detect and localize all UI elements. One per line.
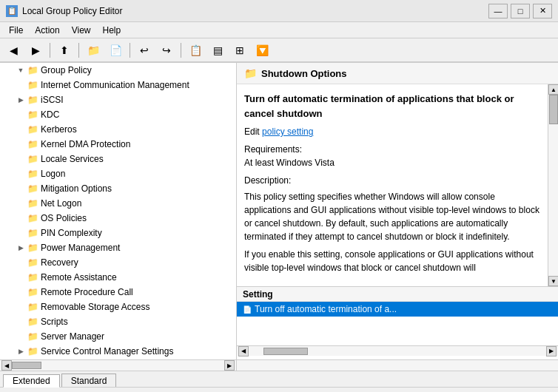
forward-button[interactable]: ▶ xyxy=(25,41,46,60)
menu-item-help[interactable]: Help xyxy=(97,24,127,37)
expand-icon xyxy=(15,212,27,224)
requirements-value: At least Windows Vista xyxy=(244,156,540,169)
expand-icon[interactable]: ▶ xyxy=(15,242,27,254)
scroll-up-button[interactable]: ▲ xyxy=(548,84,558,95)
tree-item[interactable]: 📁Server Manager xyxy=(0,329,236,344)
toolbar-separator-2 xyxy=(78,43,79,58)
expand-icon xyxy=(15,79,27,91)
tree-item[interactable]: 📁Locale Services xyxy=(0,152,236,166)
description-text: This policy setting specifies whether Wi… xyxy=(244,190,540,243)
tree-item[interactable]: 📁OS Policies xyxy=(0,211,236,226)
edit-label: Edit xyxy=(244,126,260,137)
statusbar: 1 setting(s) xyxy=(0,387,558,392)
policy-setting-link[interactable]: policy setting xyxy=(262,126,313,137)
expand-icon xyxy=(15,109,27,121)
folder-icon: 📁 xyxy=(27,345,38,357)
minimize-button[interactable]: — xyxy=(488,4,508,18)
back-button[interactable]: ◀ xyxy=(3,41,24,60)
policy-title: Turn off automatic termination of applic… xyxy=(244,92,540,121)
tree-item[interactable]: 📁Scripts xyxy=(0,314,236,329)
bottom-scrollbars: ◀ ▶ xyxy=(0,359,558,371)
toolbar-separator-3 xyxy=(130,43,130,58)
tree-item[interactable]: 📁Logon xyxy=(0,166,236,181)
description-body: Turn off automatic termination of applic… xyxy=(237,84,548,286)
show-hide-button[interactable]: 📁 xyxy=(83,41,104,60)
expand-icon xyxy=(15,197,27,209)
close-button[interactable]: ✕ xyxy=(533,4,552,18)
folder-icon: 📁 xyxy=(27,257,38,268)
expand-icon xyxy=(15,301,27,313)
tree-item[interactable]: ▶📁Power Management xyxy=(0,240,236,255)
tree-item[interactable]: 📁Shutdown xyxy=(0,359,236,359)
expand-icon xyxy=(15,124,27,135)
app-icon: 📋 xyxy=(6,5,18,17)
menu-item-view[interactable]: View xyxy=(66,24,97,37)
menu-item-action[interactable]: Action xyxy=(29,24,65,37)
tab-standard[interactable]: Standard xyxy=(61,374,117,387)
folder-header: 📁 Shutdown Options xyxy=(237,63,558,84)
right-scroll-right[interactable]: ▶ xyxy=(546,346,557,356)
folder-icon: 📁 xyxy=(27,79,38,91)
tree-item[interactable]: 📁Mitigation Options xyxy=(0,181,236,196)
properties-button[interactable]: 📄 xyxy=(105,41,126,60)
tree-item-label: Net Logon xyxy=(41,198,81,209)
right-hscroll[interactable]: ◀ ▶ xyxy=(237,345,558,356)
right-panel: 📁 Shutdown Options Turn off automatic te… xyxy=(237,63,558,359)
left-scroll-track[interactable] xyxy=(12,362,224,369)
folder-icon: 📁 xyxy=(27,168,38,180)
scroll-thumb[interactable] xyxy=(549,95,558,124)
maximize-button[interactable]: □ xyxy=(511,4,530,18)
menu-item-file[interactable]: File xyxy=(3,24,29,37)
redo-button[interactable]: ↪ xyxy=(156,41,177,60)
scroll-track[interactable] xyxy=(548,95,558,276)
description-scrollbar[interactable]: ▲ ▼ xyxy=(548,84,558,286)
settings-panel: Setting 📄 Turn off automatic termination… xyxy=(237,286,558,345)
tree-panel[interactable]: ▼📁Group Policy📁Internet Communication Ma… xyxy=(0,63,237,359)
folder-header-icon: 📁 xyxy=(244,67,257,79)
tree-item[interactable]: 📁Remote Assistance xyxy=(0,270,236,285)
tree-item[interactable]: ▶📁iSCSI xyxy=(0,92,236,107)
folder-icon: 📁 xyxy=(27,316,38,328)
tree-item[interactable]: 📁Kernel DMA Protection xyxy=(0,137,236,152)
left-scroll-right[interactable]: ▶ xyxy=(224,360,235,371)
right-scroll-track[interactable] xyxy=(249,348,546,355)
tree-item[interactable]: 📁Internet Communication Management xyxy=(0,78,236,92)
undo-button[interactable]: ↩ xyxy=(134,41,155,60)
tree-item-label: Logon xyxy=(41,169,65,179)
expand-icon[interactable]: ▶ xyxy=(15,345,27,357)
folder-icon: 📁 xyxy=(27,227,38,239)
right-hscroll-bottom xyxy=(237,360,558,371)
folder-icon: 📁 xyxy=(27,301,38,313)
settings-item[interactable]: 📄 Turn off automatic termination of a... xyxy=(237,302,558,317)
filter-button[interactable]: ⊞ xyxy=(229,41,250,60)
requirements-section: Requirements: At least Windows Vista xyxy=(244,143,540,169)
tree-item-label: Kernel DMA Protection xyxy=(41,139,130,149)
expand-icon xyxy=(15,227,27,239)
left-scroll-left[interactable]: ◀ xyxy=(1,360,12,371)
tree-item[interactable]: 📁PIN Complexity xyxy=(0,226,236,240)
view-button[interactable]: ▤ xyxy=(207,41,228,60)
filter-dropdown[interactable]: 🔽 xyxy=(252,41,272,60)
folder-icon: 📁 xyxy=(27,197,38,209)
right-scroll-thumb[interactable] xyxy=(263,348,308,355)
description-section: Description: This policy setting specifi… xyxy=(244,174,540,243)
tree-item[interactable]: 📁KDC xyxy=(0,107,236,122)
right-scroll-left[interactable]: ◀ xyxy=(238,346,249,356)
tree-item[interactable]: 📁Removable Storage Access xyxy=(0,300,236,314)
tab-extended[interactable]: Extended xyxy=(3,374,60,388)
up-button[interactable]: ⬆ xyxy=(54,41,75,60)
help-button[interactable]: 📋 xyxy=(185,41,206,60)
tree-item[interactable]: ▼📁Group Policy xyxy=(0,63,236,78)
tree-item-label: iSCSI xyxy=(41,95,64,105)
tree-item[interactable]: ▶📁Service Control Manager Settings xyxy=(0,344,236,359)
tree-item-label: Server Manager xyxy=(41,331,104,342)
tree-item[interactable]: 📁Recovery xyxy=(0,255,236,270)
tree-item[interactable]: 📁Net Logon xyxy=(0,196,236,211)
expand-icon[interactable]: ▶ xyxy=(15,94,27,106)
titlebar: 📋 Local Group Policy Editor — □ ✕ xyxy=(0,0,558,22)
left-scroll-thumb[interactable] xyxy=(12,362,41,369)
scroll-down-button[interactable]: ▼ xyxy=(548,276,558,286)
left-hscroll[interactable]: ◀ ▶ xyxy=(0,360,237,371)
tree-item[interactable]: 📁Remote Procedure Call xyxy=(0,285,236,300)
tree-item[interactable]: 📁Kerberos xyxy=(0,122,236,137)
